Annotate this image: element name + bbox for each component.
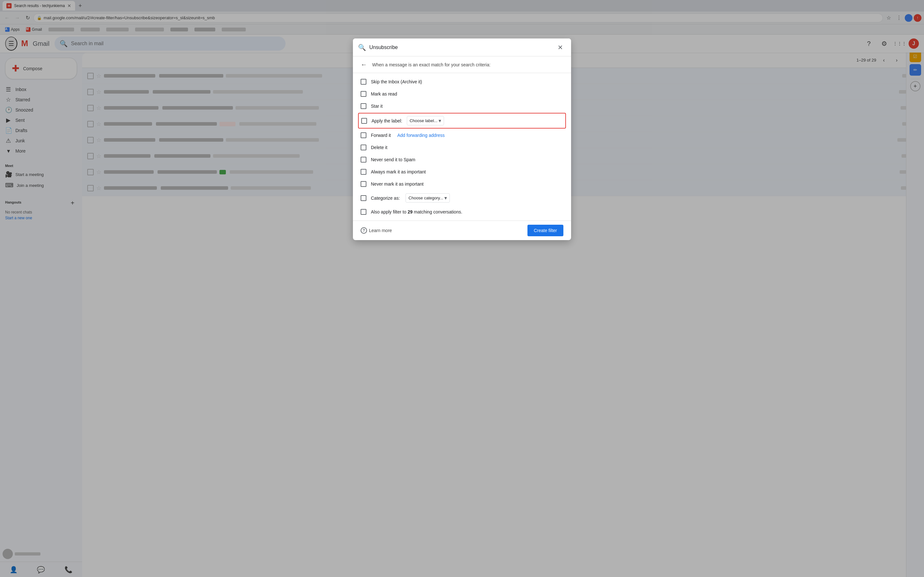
skip-inbox-label: Skip the Inbox (Archive it) bbox=[371, 79, 422, 84]
label-dropdown-arrow-icon: ▾ bbox=[439, 118, 441, 124]
filter-option-apply-existing[interactable]: Also apply filter to 29 matching convers… bbox=[353, 206, 571, 218]
delete-it-label: Delete it bbox=[371, 145, 387, 150]
apply-existing-count: 29 bbox=[407, 210, 413, 214]
learn-more-link[interactable]: ? Learn more bbox=[360, 227, 392, 234]
star-it-label: Star it bbox=[371, 103, 383, 109]
category-dropdown-arrow-icon: ▾ bbox=[444, 195, 447, 201]
delete-it-checkbox[interactable] bbox=[360, 145, 367, 150]
skip-inbox-checkbox[interactable] bbox=[360, 79, 367, 85]
filter-criteria-text: When a message is an exact match for you… bbox=[372, 62, 491, 67]
filter-search-bar: 🔍 ✕ bbox=[353, 39, 571, 56]
category-dropdown-value: Choose category... bbox=[409, 195, 443, 200]
apply-label-text: Apply the label: bbox=[372, 118, 402, 123]
filter-options: Skip the Inbox (Archive it) Mark as read… bbox=[353, 73, 571, 221]
always-important-checkbox[interactable] bbox=[360, 169, 367, 175]
filter-option-skip-inbox[interactable]: Skip the Inbox (Archive it) bbox=[353, 76, 571, 88]
apply-existing-checkbox[interactable] bbox=[360, 209, 367, 215]
filter-option-apply-label[interactable]: Apply the label: Choose label... ▾ bbox=[358, 113, 566, 129]
filter-option-always-important[interactable]: Always mark it as important bbox=[353, 166, 571, 178]
star-it-checkbox[interactable] bbox=[360, 103, 367, 109]
apply-existing-suffix: matching conversations. bbox=[413, 210, 462, 214]
apply-existing-text: Also apply filter to 29 matching convers… bbox=[371, 210, 462, 214]
filter-option-categorize[interactable]: Categorize as: Choose category... ▾ bbox=[353, 190, 571, 206]
never-important-checkbox[interactable] bbox=[360, 181, 367, 187]
filter-back-button[interactable]: ← bbox=[358, 59, 370, 71]
mark-read-checkbox[interactable] bbox=[360, 91, 367, 97]
apply-label-checkbox[interactable] bbox=[361, 118, 367, 124]
filter-search-icon: 🔍 bbox=[358, 44, 366, 51]
categorize-label: Categorize as: bbox=[371, 195, 400, 201]
add-forwarding-address-link[interactable]: Add forwarding address bbox=[397, 133, 445, 138]
never-important-label: Never mark it as important bbox=[371, 181, 423, 187]
category-dropdown[interactable]: Choose category... ▾ bbox=[405, 193, 450, 203]
categorize-checkbox[interactable] bbox=[360, 195, 367, 201]
filter-search-input[interactable] bbox=[369, 45, 551, 50]
apply-existing-prefix: Also apply filter to bbox=[371, 210, 407, 214]
forward-it-label: Forward it bbox=[371, 133, 391, 138]
filter-option-never-important[interactable]: Never mark it as important bbox=[353, 178, 571, 190]
always-important-label: Always mark it as important bbox=[371, 169, 426, 174]
never-spam-label: Never send it to Spam bbox=[371, 157, 415, 162]
footer-help-icon: ? bbox=[360, 227, 367, 234]
label-dropdown[interactable]: Choose label... ▾ bbox=[407, 116, 444, 125]
forward-it-checkbox[interactable] bbox=[360, 132, 367, 138]
learn-more-text: Learn more bbox=[369, 228, 392, 233]
filter-option-delete-it[interactable]: Delete it bbox=[353, 141, 571, 153]
filter-option-mark-read[interactable]: Mark as read bbox=[353, 88, 571, 100]
create-filter-button[interactable]: Create filter bbox=[527, 225, 564, 236]
filter-close-button[interactable]: ✕ bbox=[554, 42, 566, 53]
filter-criteria-bar: ← When a message is an exact match for y… bbox=[353, 56, 571, 73]
filter-option-never-spam[interactable]: Never send it to Spam bbox=[353, 153, 571, 166]
filter-footer: ? Learn more Create filter bbox=[353, 221, 571, 240]
label-dropdown-value: Choose label... bbox=[410, 118, 438, 123]
filter-option-star-it[interactable]: Star it bbox=[353, 100, 571, 112]
never-spam-checkbox[interactable] bbox=[360, 157, 367, 163]
filter-option-forward-it[interactable]: Forward it Add forwarding address bbox=[353, 129, 571, 141]
mark-read-label: Mark as read bbox=[371, 91, 397, 97]
filter-dialog: 🔍 ✕ ← When a message is an exact match f… bbox=[353, 39, 571, 240]
